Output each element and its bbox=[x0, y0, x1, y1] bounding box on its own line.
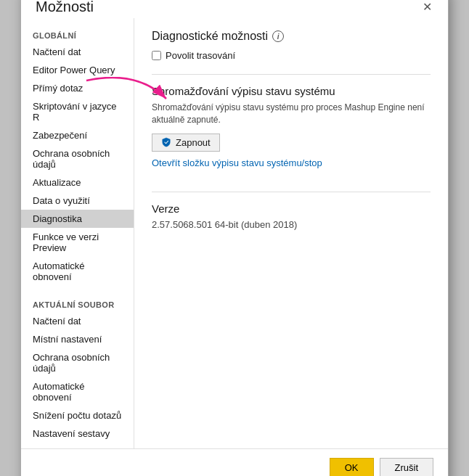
sidebar-item-editor-power-query[interactable]: Editor Power Query bbox=[21, 61, 134, 79]
sidebar: GLOBÁLNÍ Načtení dat Editor Power Query … bbox=[21, 18, 134, 448]
divider-1 bbox=[152, 74, 431, 75]
close-button[interactable]: ✕ bbox=[418, 0, 436, 15]
sidebar-item-automaticke-current[interactable]: Automatické obnovení bbox=[21, 377, 134, 406]
sidebar-item-snizeni[interactable]: Snížení počtu dotazů bbox=[21, 406, 134, 424]
sidebar-item-aktualizace[interactable]: Aktualizace bbox=[21, 173, 134, 192]
section-title-text: Diagnostické možnosti bbox=[152, 30, 268, 43]
dialog-footer: OK Zrušit bbox=[21, 448, 448, 476]
open-folder-link[interactable]: Otevřít složku výpisu stavu systému/stop bbox=[152, 157, 322, 168]
section-title: Diagnostické možnosti i bbox=[152, 30, 431, 43]
cancel-button[interactable]: Zrušit bbox=[380, 458, 434, 476]
sidebar-item-nastaveni[interactable]: Nastavení sestavy bbox=[21, 424, 134, 443]
trace-label[interactable]: Povolit trasování bbox=[166, 50, 235, 61]
sidebar-item-diagnostika[interactable]: Diagnostika bbox=[21, 210, 134, 228]
shield-icon bbox=[161, 137, 171, 147]
titlebar: Možnosti ✕ bbox=[21, 0, 448, 18]
main-content: Diagnostické možnosti i Povolit trasován… bbox=[134, 18, 448, 448]
info-icon[interactable]: i bbox=[272, 30, 284, 42]
divider-2 bbox=[152, 192, 431, 192]
options-dialog: Možnosti ✕ GLOBÁLNÍ Načtení dat Editor P… bbox=[20, 0, 449, 476]
version-section: Verze 2.57.5068.501 64-bit (duben 2018) bbox=[152, 202, 431, 230]
dialog-title: Možnosti bbox=[36, 0, 94, 15]
sidebar-item-mistni[interactable]: Místní nastavení bbox=[21, 330, 134, 348]
sidebar-item-primy-dotaz[interactable]: Přímý dotaz bbox=[21, 79, 134, 97]
sidebar-item-data[interactable]: Data o využití bbox=[21, 192, 134, 210]
enable-button-label: Zapnout bbox=[176, 137, 211, 148]
sidebar-item-nacteni-dat-current[interactable]: Načtení dat bbox=[21, 312, 134, 330]
sidebar-item-nacteni-dat[interactable]: Načtení dat bbox=[21, 43, 134, 61]
sidebar-item-funkce[interactable]: Funkce ve verzi Preview bbox=[21, 228, 134, 257]
subsection-title: Shromažďování výpisu stavu systému bbox=[152, 85, 431, 97]
dialog-body: GLOBÁLNÍ Načtení dat Editor Power Query … bbox=[21, 18, 448, 448]
global-section-label: GLOBÁLNÍ bbox=[21, 24, 134, 43]
sidebar-item-ochrana-current[interactable]: Ochrana osobních údajů bbox=[21, 348, 134, 377]
sidebar-item-skriptovani[interactable]: Skriptování v jazyce R bbox=[21, 97, 134, 126]
sidebar-item-ochrana[interactable]: Ochrana osobních údajů bbox=[21, 144, 134, 173]
sidebar-item-zabezpeceni[interactable]: Zabezpečení bbox=[21, 126, 134, 144]
sidebar-item-automaticke[interactable]: Automatické obnovení bbox=[21, 257, 134, 286]
trace-checkbox[interactable] bbox=[152, 51, 161, 60]
version-title: Verze bbox=[152, 202, 431, 215]
ok-button[interactable]: OK bbox=[330, 458, 374, 476]
version-number: 2.57.5068.501 64-bit (duben 2018) bbox=[152, 219, 431, 230]
description-text: Shromažďování výpisu stavu systému pro p… bbox=[152, 102, 431, 126]
current-section-label: AKTUÁLNÍ SOUBOR bbox=[21, 293, 134, 312]
enable-button[interactable]: Zapnout bbox=[152, 134, 220, 152]
trace-checkbox-row: Povolit trasování bbox=[152, 50, 431, 61]
